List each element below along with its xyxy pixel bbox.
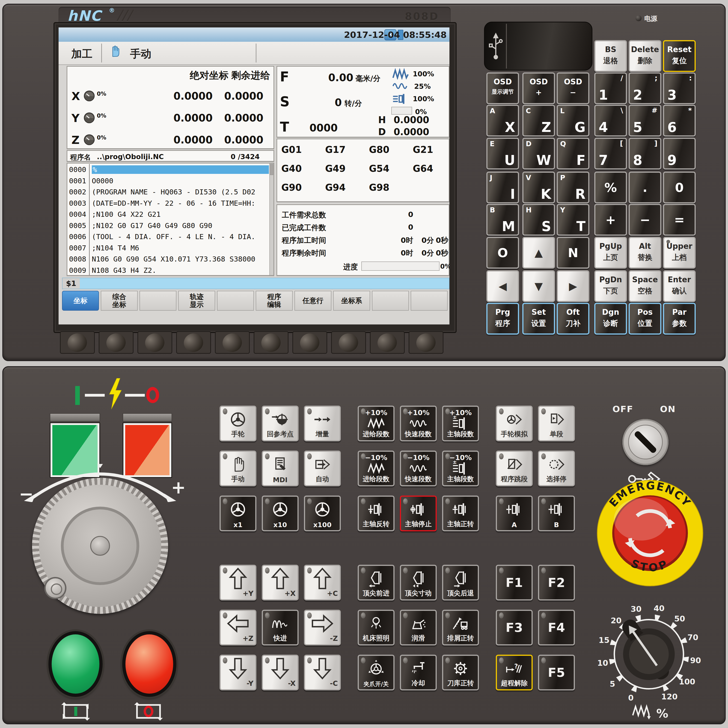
key-cursor-left[interactable]: ◀ xyxy=(486,270,519,302)
program-line[interactable]: 0004;N100 G4 X22 G21 xyxy=(67,209,270,220)
key-space[interactable]: Space空格 xyxy=(629,270,661,302)
key-4[interactable]: \4 xyxy=(594,105,627,136)
button-F5[interactable]: F5 xyxy=(538,655,575,690)
button-手动[interactable]: 手动 xyxy=(220,451,257,486)
tab-程序编辑[interactable]: 程序编辑 xyxy=(256,291,293,310)
cycle-start-button[interactable] xyxy=(49,631,102,697)
key-par[interactable]: Par参数 xyxy=(663,303,696,335)
button-F3[interactable]: F3 xyxy=(496,610,533,645)
button-x1[interactable]: x1 xyxy=(220,496,257,531)
button-主轴停止[interactable]: 主轴停止 xyxy=(400,496,437,531)
button-快速段数[interactable]: +10%快速段数 xyxy=(400,405,437,441)
key-r[interactable]: PR xyxy=(557,171,589,203)
button-夹爪开-关[interactable]: 夹爪开/关 xyxy=(358,655,395,690)
key-0[interactable]: 0 xyxy=(663,171,696,203)
key-prg[interactable]: Prg程序 xyxy=(486,303,519,335)
button-F4[interactable]: F4 xyxy=(538,610,575,645)
key-o[interactable]: O xyxy=(486,237,519,269)
button-主轴段数[interactable]: −10%±主轴段数 xyxy=(442,451,479,486)
tab-blank-8[interactable] xyxy=(372,291,409,310)
program-line[interactable]: 0007;N104 T4 M6 xyxy=(67,242,270,254)
key-set[interactable]: Set设置 xyxy=(522,303,555,335)
button--Z[interactable]: -Z xyxy=(304,610,341,645)
emergency-stop-button[interactable]: EMERGENCY STOP xyxy=(596,478,704,589)
button-主轴段数[interactable]: +10%±主轴段数 xyxy=(442,405,479,441)
button-快速段数[interactable]: −10%快速段数 xyxy=(400,451,437,486)
button-超程解除[interactable]: ?超程解除 xyxy=(496,655,533,690)
button-选择停[interactable]: 选择停 xyxy=(538,451,575,486)
button-主轴反转[interactable]: 主轴反转 xyxy=(358,496,395,531)
key-page-down[interactable]: PgDn下页 xyxy=(594,270,627,302)
key-u[interactable]: EU xyxy=(486,138,519,170)
key-8[interactable]: ]8 xyxy=(629,138,661,170)
key-enter[interactable]: Enter确认 xyxy=(663,270,696,302)
button-润滑[interactable]: 润滑 xyxy=(400,610,437,645)
button-主轴正转[interactable]: 主轴正转 xyxy=(442,496,479,531)
button--C[interactable]: -C xyxy=(304,655,341,690)
key-−[interactable]: − xyxy=(629,204,661,236)
key-pos[interactable]: Pos位置 xyxy=(629,303,661,335)
key-t[interactable]: YT xyxy=(557,204,589,236)
monitor-softkey-9[interactable] xyxy=(370,331,405,354)
monitor-softkey-2[interactable] xyxy=(99,331,133,354)
button-增量[interactable]: 增量 xyxy=(304,405,341,441)
button-B[interactable]: B xyxy=(538,496,575,531)
button-x100[interactable]: x100 xyxy=(304,496,341,531)
program-line[interactable]: 0000% xyxy=(67,164,270,175)
key-6[interactable]: *6 xyxy=(663,105,696,136)
button-手轮[interactable]: 手轮 xyxy=(220,405,257,441)
key-.[interactable]: . xyxy=(629,171,661,203)
monitor-softkey-5[interactable] xyxy=(215,331,250,354)
button-程序跳段[interactable]: 程序跳段 xyxy=(496,451,533,486)
button-+C[interactable]: +C xyxy=(304,565,341,601)
monitor-softkey-8[interactable] xyxy=(331,331,366,354)
program-line[interactable]: 0008N106 G0 G90 G54 X10.071 Y73.368 S380… xyxy=(67,254,270,265)
scrollbar[interactable] xyxy=(269,164,274,275)
key-x[interactable]: AX xyxy=(486,105,519,136)
button-x10[interactable]: x10 xyxy=(262,496,299,531)
button-顶尖前进[interactable]: 顶尖前进 xyxy=(358,565,395,601)
button-A[interactable]: A xyxy=(496,496,533,531)
monitor-softkey-6[interactable] xyxy=(254,331,289,354)
scrollbar-thumb[interactable] xyxy=(270,164,273,175)
button-+X[interactable]: +X xyxy=(262,565,299,601)
key-reset[interactable]: Reset复位 xyxy=(663,40,696,72)
button-进给段数[interactable]: −10%进给段数 xyxy=(358,451,395,486)
key-upper[interactable]: Upper上档 xyxy=(663,237,696,269)
key-delete[interactable]: Delete删除 xyxy=(629,40,661,72)
button-+Y[interactable]: +Y xyxy=(220,565,257,601)
key-+[interactable]: + xyxy=(594,204,627,236)
tab-任意行[interactable]: 任意行 xyxy=(294,291,331,310)
button-机床照明[interactable]: 机床照明 xyxy=(358,610,395,645)
button-刀库正转[interactable]: 刀库正转 xyxy=(442,655,479,690)
program-line[interactable]: 0006(TOOL - 4 DIA. OFF. - 4 LE N. - 4 DI… xyxy=(67,231,270,242)
button-F2[interactable]: F2 xyxy=(538,565,575,601)
key-page-up[interactable]: PgUp上页 xyxy=(594,237,627,269)
program-line[interactable]: 0003(DATE=DD-MM-YY - 22 - 06 - 16 TIME=H… xyxy=(67,197,270,209)
program-line[interactable]: 0005;N102 G0 G17 G40 G49 G80 G90 xyxy=(67,220,270,231)
monitor-softkey-4[interactable] xyxy=(176,331,211,354)
usb-slot[interactable] xyxy=(484,22,592,70)
key-cursor-down[interactable]: ▼ xyxy=(522,270,555,302)
monitor-softkey-3[interactable] xyxy=(138,331,172,354)
key-cursor-right[interactable]: ▶ xyxy=(557,270,589,302)
button-进给段数[interactable]: +10%进给段数 xyxy=(358,405,395,441)
program-protect-keyswitch[interactable]: OFF ON xyxy=(603,402,686,489)
key-i[interactable]: JI xyxy=(486,171,519,203)
key-f[interactable]: QF xyxy=(557,138,589,170)
tab-blank-2[interactable] xyxy=(139,291,176,310)
feedrate-override-dial[interactable]: 051015203040507090100120% xyxy=(596,598,702,720)
key-2[interactable]: ;2 xyxy=(629,72,661,104)
key-osd-plus[interactable]: OSD+ xyxy=(522,72,555,104)
feed-hold-button[interactable] xyxy=(122,631,176,697)
key-alt[interactable]: Alt替换 xyxy=(629,237,661,269)
button--X[interactable]: -X xyxy=(262,655,299,690)
key-w[interactable]: DW xyxy=(522,138,555,170)
button--Y[interactable]: -Y xyxy=(220,655,257,690)
button-回参考点[interactable]: 回参考点 xyxy=(262,405,299,441)
key-oft[interactable]: Oft刀补 xyxy=(557,303,589,335)
button-顶尖寸动[interactable]: 顶尖寸动 xyxy=(400,565,437,601)
key-9[interactable]: 9 xyxy=(663,138,696,170)
key-backspace[interactable]: BS退格 xyxy=(594,40,627,72)
key-osd-minus[interactable]: OSD− xyxy=(557,72,589,104)
